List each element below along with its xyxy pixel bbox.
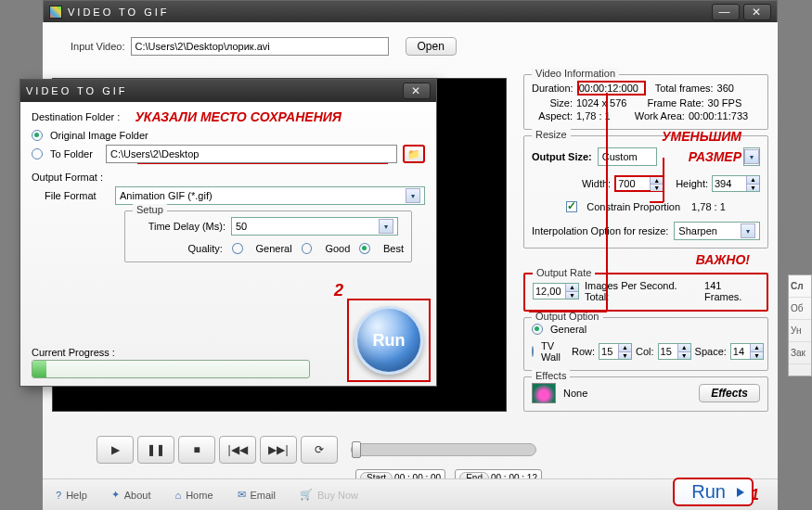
run-button-main[interactable]: Run xyxy=(673,478,754,506)
frame-rate-value: 30 FPS xyxy=(708,97,742,108)
output-rate-value[interactable] xyxy=(534,284,565,299)
close-button[interactable]: ✕ xyxy=(743,4,771,20)
width-label: Width: xyxy=(582,178,611,189)
effects-button[interactable]: Effects xyxy=(699,384,760,402)
cart-icon: 🛒 xyxy=(300,489,313,501)
sidepanel-row-1: Об xyxy=(789,298,811,320)
output-option-group: Output Option General TV Wall Row: ▲▼ Co… xyxy=(523,317,768,371)
total-frames-label: Total frames: xyxy=(655,83,714,94)
resize-legend: Resize xyxy=(532,129,571,140)
progress-fill xyxy=(32,361,46,377)
output-option-legend: Output Option xyxy=(532,311,603,322)
frame-rate-label: Frame Rate: xyxy=(647,97,703,108)
dialog-run-label: Run xyxy=(373,331,406,351)
open-button[interactable]: Open xyxy=(406,37,457,56)
general-radio[interactable] xyxy=(532,324,543,335)
quality-general-radio[interactable] xyxy=(232,243,243,254)
dialog-body: Destination Folder : УКАЗАЛИ МЕСТО СОХРА… xyxy=(20,102,436,386)
seek-thumb[interactable] xyxy=(352,441,361,458)
minimize-button[interactable]: — xyxy=(712,4,740,20)
anno-reduce-1: УМЕНЬШИМ xyxy=(662,129,741,144)
height-spin[interactable]: ▲▼ xyxy=(712,175,760,192)
effects-legend: Effects xyxy=(532,370,570,381)
duration-value: 00:00:12:000 xyxy=(577,81,646,96)
file-format-select[interactable]: Animation GIF (*.gif) ▾ xyxy=(115,186,425,205)
footer-about[interactable]: ✦About xyxy=(111,489,151,501)
footer-email[interactable]: ✉Email xyxy=(238,489,277,501)
output-size-label: Output Size: xyxy=(532,151,592,162)
output-rate-spin[interactable]: ▲▼ xyxy=(533,283,579,300)
loop-button[interactable]: ⟳ xyxy=(301,436,338,464)
resize-group: Resize УМЕНЬШИМ РАЗМЕР Output Size: Cust… xyxy=(523,135,768,249)
help-icon: ? xyxy=(56,490,61,501)
dialog-window-controls: ✕ xyxy=(403,83,431,99)
aspect-label: Aspect: xyxy=(532,110,573,121)
output-format-label: Output Format : xyxy=(32,172,425,183)
next-button[interactable]: ▶▶| xyxy=(260,436,297,464)
width-spin[interactable]: ▲▼ xyxy=(614,175,664,192)
output-size-arrow[interactable]: ▾ xyxy=(743,147,760,166)
sidepanel-header: Сл xyxy=(789,275,811,298)
dialog-title: VIDEO TO GIF xyxy=(26,85,128,96)
output-size-select[interactable]: Custom xyxy=(598,147,657,166)
dialog-close-button[interactable]: ✕ xyxy=(403,83,431,99)
height-value[interactable] xyxy=(713,176,746,191)
orig-folder-label: Original Image Folder xyxy=(50,130,148,141)
pause-button[interactable]: ❚❚ xyxy=(137,436,174,464)
input-video-row: Input Video: Open xyxy=(52,32,768,56)
video-info-group: Video Information Duration: 00:00:12:000… xyxy=(523,74,768,130)
file-format-value: Animation GIF (*.gif) xyxy=(120,190,213,201)
general-label: General xyxy=(550,324,586,335)
col-label: Col: xyxy=(636,346,654,357)
sidepanel-row-2: Ун xyxy=(789,320,811,342)
constrain-label: Constrain Proportion xyxy=(586,201,680,212)
main-title: VIDEO TO GIF xyxy=(68,6,170,18)
width-value[interactable] xyxy=(616,177,650,190)
to-folder-field[interactable] xyxy=(106,145,397,163)
home-icon: ⌂ xyxy=(175,490,182,501)
space-label: Space: xyxy=(695,346,727,357)
prev-button[interactable]: |◀◀ xyxy=(219,436,256,464)
time-delay-label: Time Delay (Ms): xyxy=(133,221,226,232)
right-panel: Video Information Duration: 00:00:12:000… xyxy=(523,74,768,412)
effects-thumb-icon xyxy=(532,383,556,403)
footer-home[interactable]: ⌂Home xyxy=(175,490,213,501)
footer-help[interactable]: ?Help xyxy=(56,490,87,501)
to-folder-label: To Folder xyxy=(50,148,102,159)
dialog-run-button[interactable]: Run xyxy=(354,306,423,375)
space-spin[interactable]: ▲▼ xyxy=(730,343,764,360)
col-spin[interactable]: ▲▼ xyxy=(658,343,691,360)
export-dialog: VIDEO TO GIF ✕ Destination Folder : УКАЗ… xyxy=(19,79,437,387)
footer-buy[interactable]: 🛒Buy Now xyxy=(300,489,358,501)
anno-marker-2: 2 xyxy=(334,281,343,300)
to-folder-radio[interactable] xyxy=(32,148,43,159)
size-value: 1024 x 576 xyxy=(576,97,626,108)
row-spin[interactable]: ▲▼ xyxy=(599,343,632,360)
main-titlebar: VIDEO TO GIF — ✕ xyxy=(44,1,777,23)
quality-best-label: Best xyxy=(383,243,404,254)
work-area-value: 00:00:11:733 xyxy=(689,110,748,121)
constrain-checkbox[interactable] xyxy=(566,201,577,212)
orig-folder-radio[interactable] xyxy=(32,130,43,141)
browse-folder-button[interactable]: 📁 xyxy=(403,145,425,163)
effects-value: None xyxy=(563,388,587,399)
output-rate-legend: Output Rate xyxy=(533,267,595,278)
stop-button[interactable]: ■ xyxy=(178,436,215,464)
effects-group: Effects None Effects xyxy=(523,376,768,412)
email-icon: ✉ xyxy=(238,489,246,501)
footer-bar: ?Help ✦About ⌂Home ✉Email 🛒Buy Now 1 Run xyxy=(43,478,778,510)
quality-label: Quality: xyxy=(133,243,223,254)
play-button[interactable]: ▶ xyxy=(97,436,134,464)
work-area-label: Work Area: xyxy=(635,110,685,121)
tvwall-radio[interactable] xyxy=(532,346,534,357)
time-delay-select[interactable]: 50 ▾ xyxy=(231,217,398,236)
interp-select[interactable]: Sharpen ▾ xyxy=(674,222,760,240)
interp-value: Sharpen xyxy=(678,225,717,236)
quality-good-radio[interactable] xyxy=(302,243,313,254)
setup-legend: Setup xyxy=(133,204,167,215)
about-icon: ✦ xyxy=(111,489,120,501)
quality-best-radio[interactable] xyxy=(359,243,370,254)
seek-slider[interactable] xyxy=(351,443,536,456)
input-video-field[interactable] xyxy=(131,37,389,56)
app-icon xyxy=(49,6,62,19)
